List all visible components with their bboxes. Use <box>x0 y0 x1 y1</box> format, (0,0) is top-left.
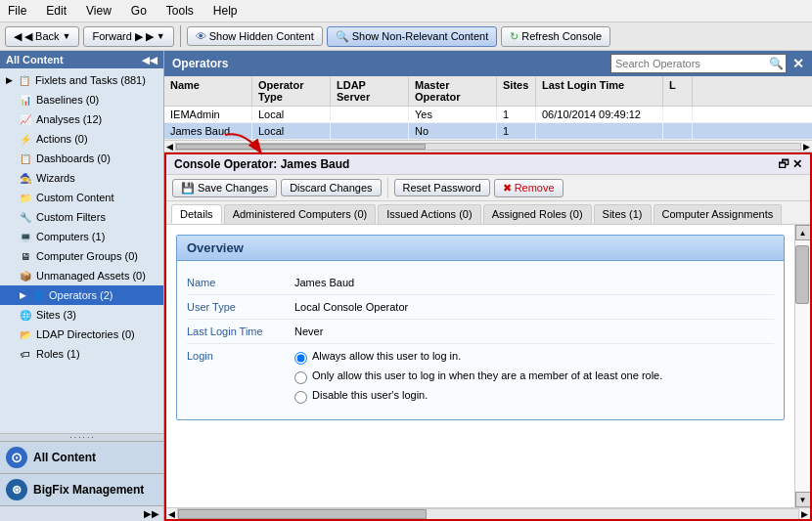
sidebar-item-operators[interactable]: ▶ 👤 Operators (2) <box>0 285 163 305</box>
save-changes-button[interactable]: 💾 Save Changes <box>172 179 277 197</box>
sidebar-item-sites[interactable]: 🌐 Sites (3) <box>0 305 163 325</box>
scroll-track[interactable] <box>795 240 810 492</box>
fixlets-icon: 📋 <box>17 72 32 88</box>
sidebar-item-custom-filters[interactable]: 🔧 Custom Filters <box>0 207 163 227</box>
scroll-thumb[interactable] <box>795 245 809 304</box>
sidebar-item-dashboards[interactable]: 📋 Dashboards (0) <box>0 149 163 168</box>
show-nonrelevant-button[interactable]: 🔍 Show Non-Relevant Content <box>327 26 497 47</box>
radio-always[interactable]: Always allow this user to log in. <box>294 350 774 365</box>
operators-search-input[interactable] <box>611 57 767 70</box>
sidebar-item-custom-content[interactable]: 📁 Custom Content <box>0 188 163 207</box>
radio-member[interactable]: Only allow this user to log in when they… <box>294 369 774 384</box>
sidebar-expand-btn[interactable]: ▶▶ <box>0 506 163 521</box>
computer-groups-icon: 🖥 <box>18 248 33 264</box>
discard-changes-button[interactable]: Discard Changes <box>281 179 381 196</box>
sidebar-item-computer-groups[interactable]: 🖥 Computer Groups (0) <box>0 246 163 266</box>
radio-always-input[interactable] <box>294 352 307 365</box>
scroll-left-btn[interactable]: ◀ <box>166 142 173 152</box>
bigfix-management-nav-label: BigFix Management <box>33 483 144 497</box>
sidebar-item-unmanaged[interactable]: 📦 Unmanaged Assets (0) <box>0 266 163 285</box>
reset-password-button[interactable]: Reset Password <box>394 179 490 196</box>
baselines-icon: 📊 <box>18 92 33 108</box>
table-row[interactable]: IEMAdmin Local Yes 1 06/10/2014 09:49:12 <box>164 107 812 123</box>
forward-dropdown-icon[interactable]: ▼ <box>157 31 165 41</box>
sidebar-header: All Content ◀◀ <box>0 51 163 68</box>
detail-scrollbar: ▲ ▼ <box>794 225 810 507</box>
menu-go[interactable]: Go <box>127 2 151 20</box>
close-icon[interactable]: ✕ <box>792 157 802 171</box>
scroll-right-btn[interactable]: ▶ <box>803 142 810 152</box>
row1-sites: 1 <box>497 123 536 139</box>
search-icon[interactable]: 🔍 <box>767 55 786 72</box>
sidebar-item-baselines[interactable]: 📊 Baselines (0) <box>0 90 163 109</box>
tab-computer-assignments[interactable]: Computer Assignments <box>654 204 783 224</box>
row0-lu <box>663 107 693 122</box>
nav-bigfix-management[interactable]: ⊛ BigFix Management <box>0 474 163 506</box>
radio-member-label: Only allow this user to log in when they… <box>312 369 662 381</box>
operators-section: Operators 🔍 ✕ Name Operator Type LD <box>164 51 812 152</box>
sidebar-item-analyses[interactable]: 📈 Analyses (12) <box>0 109 163 129</box>
ov-label-usertype: User Type <box>187 301 294 313</box>
menu-help[interactable]: Help <box>209 2 242 20</box>
radio-member-input[interactable] <box>294 371 307 384</box>
sidebar-item-actions[interactable]: ⚡ Actions (0) <box>0 129 163 149</box>
bigfix-management-nav-icon: ⊛ <box>6 479 27 500</box>
bottom-scroll-track[interactable] <box>177 508 799 520</box>
nav-all-content[interactable]: ⊙ All Content <box>0 442 163 474</box>
dashboards-icon: 📋 <box>18 151 33 166</box>
console-operator-panel: Console Operator: James Baud 🗗 ✕ 💾 Save … <box>164 152 812 521</box>
row0-type: Local <box>252 107 331 122</box>
sidebar-item-roles[interactable]: 🏷 Roles (1) <box>0 344 163 364</box>
analyses-icon: 📈 <box>18 111 33 127</box>
roles-label: Roles (1) <box>36 348 80 360</box>
show-hidden-button[interactable]: 👁 Show Hidden Content <box>187 26 323 46</box>
sidebar-collapse-icon[interactable]: ◀◀ <box>142 55 158 65</box>
forward-icon: ▶ <box>146 30 154 43</box>
sidebar-item-computers[interactable]: 💻 Computers (1) <box>0 227 163 246</box>
dashboards-label: Dashboards (0) <box>36 152 111 164</box>
operators-panel-close[interactable]: ✕ <box>792 56 804 71</box>
sidebar-title: All Content <box>6 54 64 65</box>
col-header-ldap: LDAP Server <box>331 76 409 106</box>
back-dropdown-icon[interactable]: ▼ <box>63 31 71 41</box>
tab-issued-actions[interactable]: Issued Actions (0) <box>378 204 480 224</box>
menu-edit[interactable]: Edit <box>42 2 70 20</box>
console-panel-window-btns: 🗗 ✕ <box>778 157 802 171</box>
bottom-scrollbar[interactable]: ◀ ▶ <box>166 507 810 519</box>
restore-icon[interactable]: 🗗 <box>778 157 789 171</box>
bottom-scroll-right[interactable]: ▶ <box>801 509 808 519</box>
tab-sites[interactable]: Sites (1) <box>594 204 652 224</box>
sidebar-item-wizards[interactable]: 🧙 Wizards <box>0 168 163 188</box>
tab-details[interactable]: Details <box>171 204 222 224</box>
detail-content: Overview Name James Baud User Type Local… <box>166 225 810 507</box>
radio-always-label: Always allow this user to log in. <box>312 350 461 362</box>
radio-disable[interactable]: Disable this user's login. <box>294 389 774 404</box>
back-icon: ◀ <box>14 30 22 43</box>
menu-view[interactable]: View <box>82 2 115 20</box>
tabs-bar: Details Administered Computers (0) Issue… <box>166 201 810 225</box>
table-horizontal-scrollbar[interactable]: ◀ ▶ <box>164 140 812 152</box>
refresh-icon: ↻ <box>510 30 519 43</box>
forward-button[interactable]: Forward ▶ ▶ ▼ <box>83 26 173 47</box>
unmanaged-label: Unmanaged Assets (0) <box>36 270 146 282</box>
sidebar-item-fixlets[interactable]: ▶ 📋 Fixlets and Tasks (881) <box>0 70 163 90</box>
tab-administered-computers[interactable]: Administered Computers (0) <box>224 204 377 224</box>
menu-file[interactable]: File <box>4 2 30 20</box>
row0-name: IEMAdmin <box>164 107 252 122</box>
scroll-down-btn[interactable]: ▼ <box>795 492 811 507</box>
scroll-up-btn[interactable]: ▲ <box>795 225 811 240</box>
row1-name: James Baud <box>164 123 252 139</box>
ov-value-login: Always allow this user to log in. Only a… <box>294 350 774 404</box>
remove-button[interactable]: ✖ Remove <box>494 179 564 197</box>
radio-disable-input[interactable] <box>294 391 307 404</box>
tab-assigned-roles[interactable]: Assigned Roles (0) <box>483 204 592 224</box>
sidebar-item-ldap[interactable]: 📂 LDAP Directories (0) <box>0 325 163 344</box>
menu-tools[interactable]: Tools <box>162 2 198 20</box>
table-row[interactable]: James Baud Local No 1 <box>164 123 812 140</box>
refresh-button[interactable]: ↻ Refresh Console <box>501 26 610 47</box>
col-header-lu: L <box>663 76 693 106</box>
back-button[interactable]: ◀ ◀ Back ▼ <box>5 26 79 47</box>
bottom-scroll-left[interactable]: ◀ <box>168 509 175 519</box>
operators-search-box: 🔍 <box>610 54 787 73</box>
analyses-label: Analyses (12) <box>36 113 102 125</box>
